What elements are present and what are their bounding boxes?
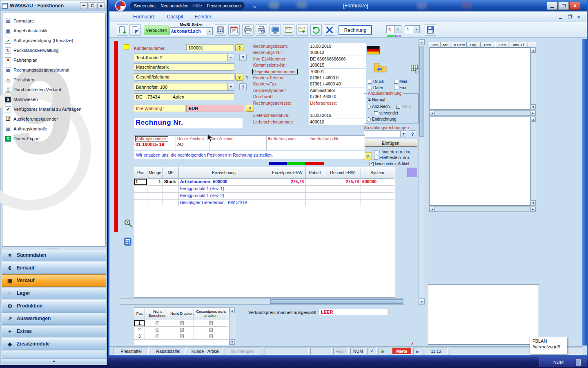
field-value[interactable]: Lieferadresse: [309,100,366,106]
list2-horizontal-scrollbar[interactable] [429,206,536,212]
field-value[interactable]: 13.08.2019 [309,43,366,49]
close-button[interactable] [97,2,105,9]
dropdown-arrow-icon[interactable] [227,83,234,90]
customer-name-select[interactable]: Test-Kunde 2 [134,54,234,61]
status-doc-icon[interactable] [413,348,422,355]
street-help-button[interactable] [239,83,247,90]
column-header[interactable]: Rabatt [306,167,324,179]
street-select[interactable]: Bahnhofstr. 100 [134,83,234,91]
position-row[interactable]: Bestätigter Liefertermin : KW 34/19 [134,200,395,206]
flag-row[interactable]: 2 [134,327,235,333]
calculator-button[interactable] [215,24,226,36]
order-info-value[interactable]: AD [177,142,208,147]
function-item[interactable]: ⌛ Durchlaufzeiten Verkauf [2,85,105,94]
kundennummer-help-button[interactable] [235,44,243,51]
list1-horizontal-scrollbar[interactable] [429,110,536,116]
flags-col-drucken[interactable]: Nicht Drucken [170,308,194,320]
nicht-berechnen-checkbox[interactable] [156,321,159,325]
flags-scrollbar[interactable] [229,308,235,345]
status-check-icon[interactable] [368,348,376,355]
new-form-button[interactable] [117,24,128,36]
column-header[interactable]: Bezeichnung [179,167,269,179]
function-item[interactable]: ▨ Rechnungsausgangsjournal [2,65,105,75]
druck-checkbox[interactable]: Druck [368,79,384,84]
field-value[interactable]: 07361 / 4600 0 [309,75,366,81]
line3-help-button[interactable] [235,74,243,81]
address-region-field[interactable]: DE 73434 Aalen [134,93,234,100]
endrechnung-radio[interactable]: Endrechnung [367,117,396,121]
kundennummer-field[interactable]: 100001 [186,44,234,51]
scroll-right-button[interactable] [530,111,536,115]
nicht-berechnen-checkbox[interactable] [156,334,159,338]
function-item[interactable]: ✔ Verfügbares Material zu Aufträgen [2,104,105,114]
mail-checkbox[interactable]: Mail [394,79,407,84]
fax-checkbox[interactable]: Fax [394,85,406,90]
title-menu-item[interactable]: Neu anmelden [160,3,188,8]
right-panel-list-2[interactable] [429,117,530,206]
status-panel[interactable]: Rabattstaffel [151,348,186,355]
scroll-up-bar[interactable] [2,358,106,364]
calculator-blue-icon[interactable] [123,237,133,247]
flags-col-pos[interactable]: Pos [134,308,145,320]
status-miete[interactable]: Miete [392,348,412,355]
field-value[interactable]: 07361 / 4600 40 [309,81,366,87]
list2-vertical-scrollbar[interactable] [530,117,536,206]
right-panel-column[interactable]: o.Best [452,42,467,47]
function-item[interactable]: ⚑ Fahrtenplan [2,55,105,65]
flag-row[interactable]: 3 [134,333,235,340]
rechnung-button[interactable]: Rechnung [339,25,372,35]
function-item[interactable]: S Mahnwesen [2,94,105,104]
tray-icon[interactable] [576,359,581,366]
module-section[interactable]: + Extras [2,325,106,337]
scroll-up-button[interactable] [531,117,536,122]
print-button[interactable] [242,24,254,36]
function-item[interactable]: ↻ Rückstandsverwaltung [2,45,105,55]
verkaufspreis-value[interactable]: LEER [318,309,389,315]
chevron-more-icon[interactable] [253,3,256,10]
gesamtpreis-nicht-drucken-checkbox[interactable] [209,321,213,325]
menu-item[interactable]: Formulare [133,14,156,20]
column-header[interactable]: Pos [134,167,147,179]
module-section[interactable]: € Einkauf [2,262,106,274]
scroll-left-button[interactable] [430,207,435,211]
column-header[interactable]: System [361,167,394,179]
verwendet-checkbox[interactable]: verwendet [374,111,398,115]
scrollbar-thumb[interactable] [270,299,403,304]
datei-checkbox[interactable]: Datei [368,85,383,90]
maximize-button[interactable] [558,2,569,10]
customer-help-button[interactable] [239,54,247,61]
scroll-left-button[interactable] [430,111,435,115]
nicht-berechnen-checkbox[interactable] [156,328,159,332]
field-value[interactable]: DE 666666666666 [309,56,366,62]
screen-view-button[interactable] [270,24,281,36]
scroll-down-button[interactable] [531,200,536,205]
function-item[interactable]: ▦ Angebotsstatistik [2,26,105,36]
nicht-drucken-checkbox[interactable] [180,328,184,332]
title-menu-item[interactable]: Hilfe [193,3,202,8]
scroll-right-button[interactable] [530,207,536,211]
scrollbar-thumb[interactable] [419,46,424,137]
mdi-close-button[interactable] [575,14,582,20]
column-header[interactable]: Gesamt FRW [324,167,361,179]
mail-button[interactable] [283,24,294,36]
functions-title-bar[interactable]: WWSBAU - Funktionen [0,0,107,11]
module-section[interactable]: ≡ Stammdaten [2,249,106,261]
column-header[interactable]: ME [163,167,179,179]
right-panel-column[interactable]: Pos [429,42,441,47]
gesamtpreis-nicht-drucken-checkbox[interactable] [209,328,213,332]
status-panel[interactable]: Kunde - Artikel [188,348,223,355]
flags-col-gesamtpreis[interactable]: Gesamtpreis nicht drucken [194,308,228,320]
mdi-minimize-button[interactable] [557,14,564,20]
form-vertical-scrollbar[interactable] [419,39,425,305]
right-panel-column[interactable]: unv. Li. [510,42,528,47]
right-panel-column[interactable]: Ges. [495,42,510,47]
calendar-button[interactable] [228,24,240,36]
function-item[interactable]: ↗ Auftragsverfolgung (Umsätze) [2,36,105,45]
dropdown-arrow-icon[interactable] [413,26,419,33]
field-value[interactable]: 400010 [309,119,366,125]
field-value[interactable]: 100015 [309,62,366,68]
keine-verkn-artikel-checkbox[interactable]: keine verkn. Artikel [370,162,409,166]
flag-row[interactable]: 1 [134,320,235,327]
copies-select[interactable]: 4 [386,25,401,33]
function-item[interactable]: ▤ Formulare [2,16,105,26]
